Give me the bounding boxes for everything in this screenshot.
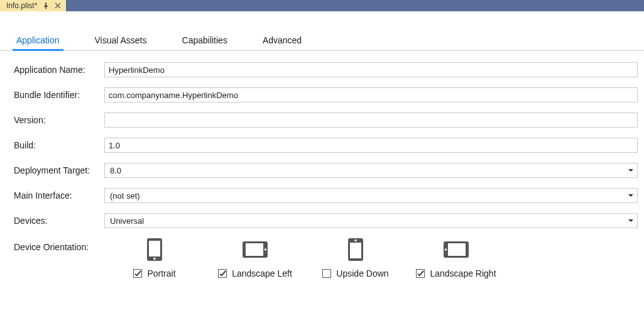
row-version: Version:	[14, 113, 638, 128]
row-device-orientation: Device Orientation: Portrait	[14, 238, 638, 278]
dropdown-value: (not set)	[109, 191, 140, 201]
editor-panel: Application Visual Assets Capabilities A…	[0, 11, 644, 291]
tab-bar: Application Visual Assets Capabilities A…	[0, 11, 644, 51]
checkbox-icon	[133, 269, 142, 278]
chevron-down-icon	[628, 219, 633, 222]
tab-label: Application	[16, 35, 60, 45]
dropdown-value: 8.0	[109, 166, 121, 175]
svg-rect-4	[246, 243, 263, 256]
tab-advanced[interactable]: Advanced	[260, 35, 304, 50]
svg-point-11	[445, 248, 447, 251]
title-bar: Info.plist*	[0, 0, 644, 11]
dropdown-devices[interactable]: Universal	[104, 213, 638, 228]
label-version: Version:	[14, 115, 102, 125]
svg-rect-7	[350, 243, 361, 258]
device-landscape-icon	[243, 238, 268, 261]
svg-rect-10	[448, 243, 466, 256]
label-build: Build:	[14, 140, 102, 150]
svg-point-8	[354, 240, 357, 242]
document-tab[interactable]: Info.plist*	[0, 0, 66, 11]
chevron-down-icon	[628, 194, 633, 197]
dropdown-value: Universal	[109, 216, 144, 226]
row-application-name: Application Name:	[14, 62, 638, 77]
device-upside-down-icon	[343, 238, 368, 261]
label-deployment-target: Deployment Target:	[14, 165, 102, 175]
chevron-down-icon	[628, 169, 633, 172]
row-devices: Devices: Universal	[14, 213, 638, 228]
checkbox-icon	[416, 269, 425, 278]
pin-icon[interactable]	[42, 3, 49, 9]
label-devices: Devices:	[14, 216, 102, 226]
orientation-upside-down: Upside Down	[305, 238, 406, 278]
label-main-interface: Main Interface:	[14, 190, 102, 201]
label-bundle-identifier: Bundle Identifier:	[14, 90, 102, 100]
tab-label: Advanced	[263, 35, 302, 45]
form-area: Application Name: Bundle Identifier: Ver…	[0, 51, 644, 278]
orientation-landscape-right: Landscape Right	[406, 238, 506, 278]
orientation-portrait: Portrait	[104, 238, 205, 278]
checkbox-label: Landscape Left	[232, 268, 292, 278]
input-application-name[interactable]	[104, 62, 638, 77]
row-bundle-identifier: Bundle Identifier:	[14, 87, 638, 102]
checkbox-upside-down[interactable]: Upside Down	[322, 268, 388, 278]
tab-label: Visual Assets	[95, 35, 147, 45]
checkbox-label: Upside Down	[336, 268, 388, 278]
close-icon[interactable]	[54, 3, 61, 9]
dropdown-deployment-target[interactable]: 8.0	[104, 163, 638, 178]
label-device-orientation: Device Orientation:	[14, 238, 102, 252]
document-tab-title: Info.plist*	[6, 1, 37, 10]
checkbox-icon	[322, 269, 331, 278]
dropdown-main-interface[interactable]: (not set)	[104, 188, 638, 203]
checkbox-landscape-left[interactable]: Landscape Left	[218, 268, 292, 278]
device-landscape-icon	[444, 238, 469, 261]
checkbox-portrait[interactable]: Portrait	[133, 268, 175, 278]
checkbox-label: Portrait	[147, 268, 175, 278]
row-deployment-target: Deployment Target: 8.0	[14, 163, 638, 178]
tab-label: Capabilities	[182, 35, 227, 45]
tab-visual-assets[interactable]: Visual Assets	[92, 35, 150, 50]
device-portrait-icon	[142, 238, 167, 261]
svg-point-5	[265, 248, 267, 251]
checkbox-icon	[218, 269, 227, 278]
input-bundle-identifier[interactable]	[104, 87, 638, 102]
tab-application[interactable]: Application	[14, 35, 62, 50]
checkbox-label: Landscape Right	[430, 268, 496, 278]
row-main-interface: Main Interface: (not set)	[14, 188, 638, 203]
row-build: Build:	[14, 138, 638, 153]
orientation-landscape-left: Landscape Left	[205, 238, 305, 278]
checkbox-landscape-right[interactable]: Landscape Right	[416, 268, 496, 278]
tab-capabilities[interactable]: Capabilities	[180, 35, 230, 50]
input-version[interactable]	[104, 113, 638, 128]
input-build[interactable]	[104, 138, 638, 153]
label-application-name: Application Name:	[14, 65, 102, 75]
svg-rect-1	[149, 241, 160, 256]
svg-point-2	[153, 258, 156, 260]
